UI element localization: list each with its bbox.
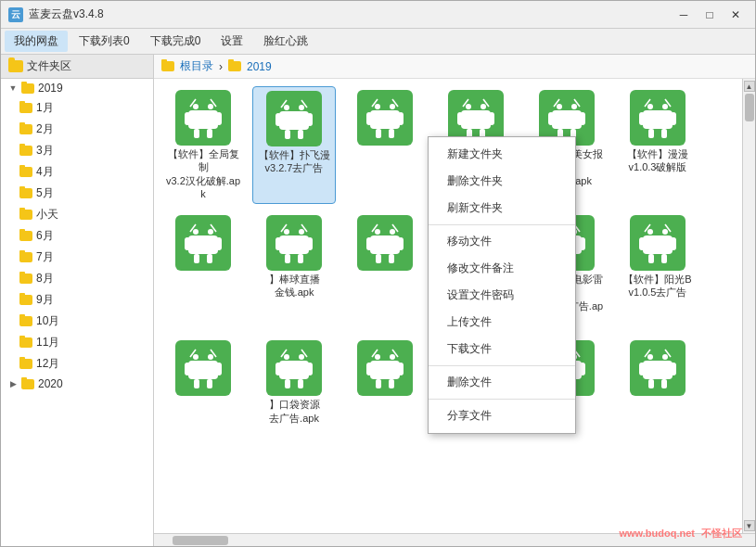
svg-rect-66 — [194, 254, 199, 263]
svg-rect-43 — [552, 110, 582, 129]
svg-rect-25 — [398, 112, 404, 125]
context-menu-new-folder[interactable]: 新建文件夹 — [429, 141, 575, 168]
context-menu-refresh-folder[interactable]: 刷新文件夹 — [429, 195, 575, 222]
minimize-button[interactable]: ─ — [672, 6, 696, 24]
svg-rect-133 — [279, 361, 309, 379]
file-item-7[interactable]: 】棒球直播金钱.apk — [252, 211, 336, 329]
menu-mypan[interactable]: 我的网盘 — [5, 31, 68, 52]
svg-point-2 — [208, 104, 213, 109]
svg-rect-13 — [279, 111, 309, 130]
tree-label-4month: 4月 — [36, 164, 54, 180]
svg-rect-114 — [639, 237, 645, 250]
svg-rect-135 — [307, 363, 313, 375]
svg-rect-64 — [185, 237, 190, 250]
menu-download-done[interactable]: 下载完成0 — [141, 31, 211, 52]
scroll-down-arrow[interactable]: ▼ — [744, 520, 755, 531]
context-menu-share-file[interactable]: 分享文件 — [429, 402, 575, 429]
file-item-11[interactable]: 【软件】阳光Bv1.0.5去广告 — [616, 211, 699, 329]
context-menu-sep-3 — [429, 399, 575, 400]
file-item-6[interactable] — [161, 211, 245, 329]
file-item-13[interactable]: 】口袋资源去广告.apk — [252, 337, 336, 428]
context-menu-set-password[interactable]: 设置文件密码 — [429, 282, 575, 309]
file-item-17[interactable] — [616, 337, 699, 428]
svg-rect-173 — [643, 361, 673, 379]
sidebar-item-9month[interactable]: 9月 — [1, 289, 153, 311]
svg-point-51 — [647, 104, 653, 109]
file-item-14[interactable] — [343, 337, 427, 428]
sidebar-item-10month[interactable]: 10月 — [1, 311, 153, 332]
context-menu-move-file[interactable]: 移动文件 — [429, 228, 575, 255]
android-icon-12 — [175, 340, 231, 396]
sidebar-item-7month[interactable]: 7月 — [1, 247, 153, 268]
menu-settings[interactable]: 设置 — [211, 31, 252, 52]
svg-point-82 — [390, 229, 395, 235]
folder-icon-8month — [19, 274, 32, 284]
svg-rect-15 — [307, 113, 313, 126]
file-item-1[interactable]: 【软件】扑飞漫v3.2.7去广告 — [252, 86, 336, 204]
sidebar-item-2019[interactable]: ▼ 2019 — [1, 79, 153, 97]
svg-rect-105 — [580, 237, 585, 250]
maximize-button[interactable]: □ — [698, 6, 722, 24]
context-menu-download[interactable]: 下载文件 — [429, 336, 575, 363]
sidebar-item-6month[interactable]: 6月 — [1, 225, 153, 247]
context-menu-edit-note[interactable]: 修改文件备注 — [429, 255, 575, 282]
svg-rect-115 — [671, 237, 676, 250]
tree-label-1month: 1月 — [36, 100, 54, 116]
sidebar-item-5month[interactable]: 5月 — [1, 183, 153, 204]
svg-rect-137 — [298, 379, 303, 388]
folder-icon-2020 — [21, 379, 34, 389]
svg-rect-45 — [580, 112, 585, 125]
file-item-5[interactable]: 【软件】漫漫v1.0.3破解版 — [616, 86, 699, 204]
file-label-11: 【软件】阳光Bv1.0.5去广告 — [623, 273, 691, 299]
svg-rect-35 — [489, 112, 494, 125]
sidebar-item-11month[interactable]: 11月 — [1, 332, 153, 353]
menu-blush[interactable]: 脸红心跳 — [254, 31, 317, 52]
scroll-thumb[interactable] — [745, 94, 754, 121]
file-label-1: 【软件】扑飞漫v3.2.7去广告 — [259, 148, 330, 175]
breadcrumb-root[interactable]: 根目录 — [180, 58, 213, 74]
context-menu-upload[interactable]: 上传文件 — [429, 309, 575, 336]
tree-label-5month: 5月 — [36, 185, 54, 201]
svg-rect-87 — [389, 254, 394, 263]
sidebar-item-12month[interactable]: 12月 — [1, 353, 153, 375]
svg-point-52 — [662, 104, 668, 109]
sidebar-item-1month[interactable]: 1月 — [1, 97, 153, 119]
svg-point-42 — [571, 104, 577, 109]
scroll-track[interactable] — [745, 94, 754, 518]
svg-point-122 — [208, 354, 213, 360]
svg-rect-65 — [216, 237, 222, 250]
svg-point-12 — [299, 105, 304, 110]
breadcrumb-sub[interactable]: 2019 — [247, 60, 272, 73]
context-menu-delete-file[interactable]: 删除文件 — [429, 369, 575, 396]
svg-rect-6 — [194, 129, 199, 138]
file-item-0[interactable]: 【软件】全局复制v3.2汉化破解.apk — [161, 86, 245, 204]
svg-point-81 — [375, 229, 380, 235]
sidebar-item-2020[interactable]: ▶ 2020 — [1, 375, 153, 393]
h-scroll-thumb[interactable] — [173, 536, 228, 545]
sidebar-item-xiaotian[interactable]: 小天 — [1, 204, 153, 225]
tree-toggle-2019: ▼ — [8, 83, 18, 93]
file-item-8[interactable] — [343, 211, 427, 329]
scroll-up-arrow[interactable]: ▲ — [744, 81, 755, 92]
sidebar-item-2month[interactable]: 2月 — [1, 119, 153, 140]
horizontal-scrollbar[interactable] — [154, 533, 755, 546]
breadcrumb-sub-icon — [228, 61, 241, 71]
svg-rect-175 — [671, 363, 676, 375]
sidebar-item-8month[interactable]: 8月 — [1, 268, 153, 289]
svg-rect-17 — [298, 130, 303, 139]
svg-rect-4 — [185, 112, 190, 125]
vertical-scrollbar[interactable]: ▲ ▼ — [742, 79, 755, 533]
window-title: 蓝麦云盘v3.4.8 — [29, 6, 104, 22]
tree-label-xiaotian: 小天 — [36, 207, 58, 223]
sidebar-header: 文件夹区 — [1, 55, 153, 79]
file-item-12[interactable] — [161, 337, 245, 428]
sidebar-item-4month[interactable]: 4月 — [1, 161, 153, 183]
sidebar-item-3month[interactable]: 3月 — [1, 140, 153, 161]
svg-rect-73 — [279, 235, 309, 254]
menu-download-list[interactable]: 下载列表0 — [70, 31, 139, 52]
context-menu-delete-folder[interactable]: 删除文件夹 — [429, 168, 575, 195]
close-button[interactable]: ✕ — [724, 6, 748, 24]
app-icon: 云 — [8, 7, 23, 22]
file-item-2[interactable] — [343, 86, 427, 204]
tree-label-8month: 8月 — [36, 271, 54, 286]
